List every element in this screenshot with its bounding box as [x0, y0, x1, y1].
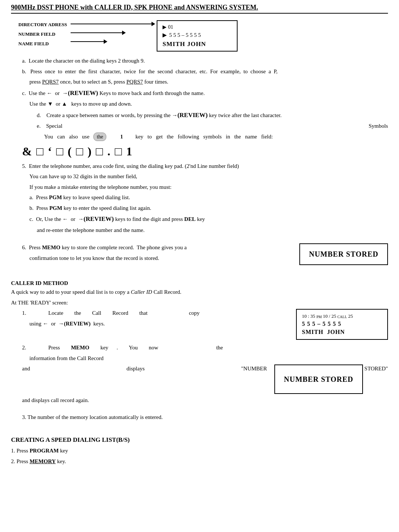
call-label: CALL [337, 315, 347, 319]
caller-id-step1: 10 : 35 PM 10 / 25 CALL 25 5 5 5 – 5 5 5… [11, 309, 388, 343]
number-stored-box-1: NUMBER STORED [299, 243, 388, 265]
caller-id-display-box: 10 : 35 PM 10 / 25 CALL 25 5 5 5 – 5 5 5… [296, 309, 388, 340]
instruction-e-body: You can also use the 1 key to get the fo… [44, 133, 388, 141]
arrowhead-3 [104, 39, 107, 44]
program-ref: PROGRAM [29, 448, 58, 454]
display-line1: ▶ 01 [163, 24, 232, 30]
item5-section: 5. Enter the telephone number, area code… [22, 162, 388, 235]
step2-line4: and displays call record again. [22, 396, 388, 405]
creating-step1: 1. Press PROGRAM key [11, 447, 388, 455]
diagram-arrows [71, 20, 155, 48]
item5-c-line2: and re-enter the telephone number and th… [37, 226, 388, 235]
caller-id-section: CALLER ID METHOD A quick way to add to y… [11, 280, 388, 421]
number-stored-box-2-wrapper: NUMBER STORED [274, 364, 363, 394]
name-field-label: NAME FIELD [18, 41, 67, 47]
display-counter: 01 [168, 24, 173, 30]
item5-intro: 5. Enter the telephone number, area code… [22, 162, 388, 170]
the-highlight: the [93, 133, 106, 141]
pm-label: PM [316, 315, 321, 319]
caller-id-line1: A quick way to add to your speed dial li… [11, 288, 388, 296]
arrowhead-2 [122, 31, 126, 35]
diagram-labels: DIRECTORY ADRESS NUMBER FIELD NAME FIELD [18, 20, 67, 50]
display-number: 5 5 5 – 5 5 5 5 [169, 32, 201, 38]
creating-step2: 2. Press MEMORY key. [11, 457, 388, 466]
directory-display-box: ▶ 01 ▶ 5 5 5 – 5 5 5 5 SMITH JOHN [157, 20, 238, 52]
play-icon: ▶ [163, 24, 167, 30]
del-ref: DEL [184, 216, 196, 222]
arrowhead-1 [152, 22, 155, 26]
step3: 3. The number of the memory location aut… [22, 413, 388, 422]
pgm-ref1: PGM [49, 194, 62, 200]
arrow-line-1 [71, 24, 152, 24]
instruction-a: a. Locate the character on the dialing k… [22, 57, 388, 65]
instruction-d: d. Create a space between names or words… [37, 110, 388, 120]
caller-id-header: CALLER ID METHOD [11, 280, 388, 286]
creating-header: CREATING A SPEED DIALING LIST(B/S) [11, 436, 388, 444]
memo-ref1: MEMO [42, 244, 60, 250]
step2-displays: displays [34, 364, 238, 373]
arrow-line-3 [71, 41, 104, 42]
number-arrow [71, 31, 155, 35]
directory-arrow [71, 22, 155, 26]
cid-name: SMITH JOHN [302, 329, 382, 335]
item5-a: a. Press PGM key to leave speed dialing … [29, 193, 388, 202]
caller-id-italic: Caller ID [131, 289, 152, 295]
symbols-display: & □ ‘ □ ( □ ) □ . □ 1 [22, 145, 388, 158]
item5-line1: You can have up to 32 digits in the numb… [29, 172, 388, 181]
cid-number: 5 5 5 – 5 5 5 5 [302, 321, 382, 327]
instruction-e-header: e. Special Symbols [37, 122, 388, 130]
page-title: 900MHz DSST PHONE with CALLER ID, SPK PH… [11, 4, 388, 14]
item5-b: b. Press PGM key to enter the speed dial… [29, 204, 388, 212]
display-name: SMITH JOHN [163, 40, 232, 48]
one-key: 1 [120, 134, 123, 140]
item5-c-line1: c. Or, Use the ← or →(REVIEW) keys to fi… [29, 214, 388, 224]
instruction-c-line1: c. Use the ← or →(REVIEW) Keys to move b… [22, 88, 388, 98]
creating-section: CREATING A SPEED DIALING LIST(B/S) 1. Pr… [11, 436, 388, 465]
name-arrow [71, 39, 155, 44]
step2-and: and [22, 364, 30, 373]
step2-section: 2. Press MEMO key . You now the informat… [22, 343, 388, 421]
directory-address-label: DIRECTORY ADRESS [18, 22, 67, 28]
arrow-line-2 [71, 32, 122, 33]
instruction-b-line1: b. Press once to enter the first charact… [22, 67, 388, 76]
pqrs7-ref1: PQRS7 [42, 79, 59, 85]
step2-stored-end: STORED" [364, 364, 388, 373]
caller-id-display: 10 : 35 PM 10 / 25 CALL 25 5 5 5 – 5 5 5… [296, 309, 388, 340]
pgm-ref2: PGM [49, 205, 62, 211]
instruction-b-line2: press PQRS7 once, but to select an S, pr… [29, 78, 388, 86]
caller-id-line2: At THE 'READY' screen: [11, 299, 388, 307]
number-stored-display-2: NUMBER STORED [274, 364, 363, 394]
number-stored-display-1: NUMBER STORED [299, 243, 388, 265]
step2-line1: 2. Press MEMO key . You now the [22, 343, 388, 352]
directory-diagram: DIRECTORY ADRESS NUMBER FIELD NAME FIELD… [18, 20, 388, 52]
item6-section: NUMBER STORED 6. Press MEMO key to store… [11, 243, 388, 269]
instruction-c-line2: Use the ▼ or ▲ keys to move up and down. [29, 100, 388, 108]
item5-line2: If you make a mistake entering the telep… [29, 183, 388, 191]
memory-ref: MEMORY [29, 458, 56, 464]
cid-time-line: 10 : 35 PM 10 / 25 CALL 25 [302, 313, 382, 319]
display-number-line: ▶ 5 5 5 – 5 5 5 5 [163, 32, 232, 38]
step2-line3: and displays "NUMBER NUMBER STORED STORE… [22, 364, 388, 394]
pqrs7-ref2: PQRS7 [127, 79, 143, 85]
memo-ref2: MEMO [71, 345, 89, 350]
step2-number-stored-text: "NUMBER [241, 364, 267, 373]
instructions-section: a. Locate the character on the dialing k… [22, 57, 388, 141]
step2-line2: information from the Call Record [29, 354, 388, 363]
display-arrow-icon: ▶ [163, 32, 167, 38]
number-field-label: NUMBER FIELD [18, 31, 67, 37]
